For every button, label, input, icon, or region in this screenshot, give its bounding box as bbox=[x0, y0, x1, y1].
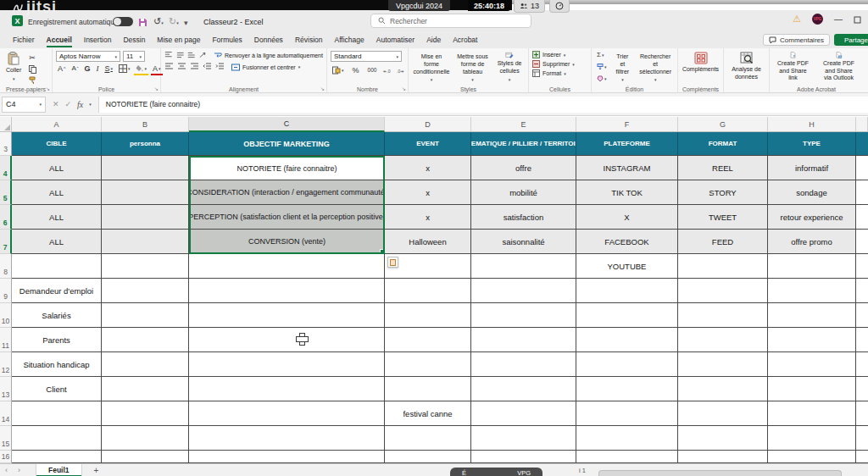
tab-automatiser[interactable]: Automatiser bbox=[370, 33, 420, 47]
cell-F8[interactable]: YOUTUBE bbox=[576, 254, 678, 279]
cell-A7[interactable]: ALL bbox=[12, 230, 102, 254]
format-painter-button[interactable] bbox=[27, 76, 38, 85]
row-header-13[interactable]: 13 bbox=[0, 377, 12, 401]
cell-E14[interactable] bbox=[471, 401, 576, 426]
cell-G8[interactable] bbox=[678, 254, 768, 279]
quick-access-more-button[interactable]: ▾ bbox=[184, 18, 188, 28]
cell-H7[interactable]: offre promo bbox=[768, 230, 856, 254]
align-right-icon[interactable] bbox=[190, 63, 199, 71]
autosave-toggle[interactable] bbox=[113, 17, 133, 26]
cell-E7[interactable]: saisonnalité bbox=[471, 230, 576, 254]
sheet-tab-feuil1[interactable]: Feuil1 bbox=[36, 464, 82, 476]
cell-E9[interactable] bbox=[471, 279, 576, 303]
cell-B16[interactable] bbox=[102, 451, 189, 463]
cell-G11[interactable] bbox=[678, 328, 768, 352]
clipboard-dialog-launcher[interactable]: ↘ bbox=[46, 86, 50, 91]
cell-B7[interactable] bbox=[102, 230, 189, 254]
cell-D12[interactable] bbox=[385, 352, 471, 377]
row-header-16[interactable]: 16 bbox=[0, 451, 12, 463]
font-name-select[interactable]: Aptos Narrow▾ bbox=[56, 51, 120, 62]
cell-H16[interactable] bbox=[768, 451, 856, 463]
formula-input[interactable]: NOTORIETE (faire connaitre) bbox=[99, 97, 868, 113]
cell-D13[interactable] bbox=[385, 377, 471, 401]
sort-filter-button[interactable]: AZ Trier et filtrer ▾ bbox=[612, 51, 634, 83]
cell-H15[interactable] bbox=[768, 426, 856, 451]
participants-tab[interactable]: 13 bbox=[514, 0, 545, 13]
column-header-G[interactable]: G bbox=[678, 117, 768, 132]
cell-C11[interactable] bbox=[189, 328, 385, 352]
column-header-E[interactable]: E bbox=[471, 117, 576, 132]
cancel-button[interactable]: ✕ bbox=[53, 100, 59, 108]
cell-C7[interactable]: CONVERSION (vente) bbox=[189, 230, 385, 254]
cell-C14[interactable] bbox=[189, 401, 385, 426]
paste-button[interactable]: Coller ▾ bbox=[3, 51, 24, 85]
font-size-select[interactable]: 11▾ bbox=[123, 51, 145, 62]
cell-A13[interactable]: Client bbox=[12, 377, 102, 401]
row-header-6[interactable]: 6 bbox=[0, 205, 12, 230]
cell-C15[interactable] bbox=[189, 426, 385, 451]
cut-button[interactable]: ✂ bbox=[27, 53, 38, 63]
create-pdf-link-button[interactable]: A Create PDF and Share link bbox=[773, 51, 813, 83]
tab-mise-en-page[interactable]: Mise en page bbox=[151, 33, 206, 47]
column-header-C[interactable]: C bbox=[189, 117, 385, 132]
cell-A10[interactable]: Salariés bbox=[12, 303, 102, 328]
tab-insertion[interactable]: Insertion bbox=[78, 33, 118, 47]
fill-color-button[interactable]: ▾ bbox=[134, 64, 148, 74]
cell-E15[interactable] bbox=[471, 426, 576, 451]
tab-dessin[interactable]: Dessin bbox=[117, 33, 151, 47]
cell-F12[interactable] bbox=[576, 352, 678, 377]
cell-H9[interactable] bbox=[768, 279, 856, 303]
cell-B5[interactable] bbox=[102, 180, 189, 205]
tab-accueil[interactable]: Accueil bbox=[41, 33, 78, 47]
cell-C12[interactable] bbox=[189, 352, 385, 377]
cell-E10[interactable] bbox=[471, 303, 576, 328]
cell-A9[interactable]: Demandeur d'emploi bbox=[12, 279, 102, 303]
cell-D15[interactable] bbox=[385, 426, 471, 451]
cell-C3[interactable]: OBJECTIF MARKETING bbox=[189, 132, 385, 156]
performance-tab[interactable] bbox=[549, 0, 570, 13]
cell-B9[interactable] bbox=[102, 279, 189, 303]
cell-A4[interactable]: ALL bbox=[12, 156, 102, 180]
cell-E6[interactable]: satisfaction bbox=[471, 205, 576, 230]
cell-D14[interactable]: festival canne bbox=[385, 401, 471, 426]
cell-A15[interactable] bbox=[12, 426, 102, 451]
cell-G14[interactable] bbox=[678, 401, 768, 426]
column-header-F[interactable]: F bbox=[576, 117, 678, 132]
warning-icon[interactable]: ⚠ bbox=[793, 14, 801, 25]
cell-F14[interactable] bbox=[576, 401, 678, 426]
conditional-formatting-button[interactable]: Mise en forme conditionnelle ▾ bbox=[412, 51, 451, 83]
enter-button[interactable]: ✓ bbox=[65, 100, 72, 108]
cell-H13[interactable] bbox=[768, 377, 856, 401]
shared-screen-tab[interactable]: Vpgcdui 2024 bbox=[388, 0, 450, 11]
cell-B13[interactable] bbox=[102, 377, 189, 401]
row-header-10[interactable]: 10 bbox=[0, 303, 12, 328]
cell-G6[interactable]: TWEET bbox=[678, 205, 768, 230]
cell-F11[interactable] bbox=[576, 328, 678, 352]
cell-B6[interactable] bbox=[102, 205, 189, 230]
sheet-nav-right[interactable]: › bbox=[13, 466, 25, 474]
cell-G4[interactable]: REEL bbox=[678, 156, 768, 180]
cell-H4[interactable]: informatif bbox=[768, 156, 856, 180]
cell-H10[interactable] bbox=[768, 303, 856, 328]
cell-F10[interactable] bbox=[576, 303, 678, 328]
cell-C13[interactable] bbox=[189, 377, 385, 401]
maximize-button[interactable] bbox=[854, 14, 861, 24]
row-header-5[interactable]: 5 bbox=[0, 180, 12, 205]
format-as-table-button[interactable]: Mettre sous forme de tableau ▾ bbox=[453, 51, 492, 83]
cell-B14[interactable] bbox=[102, 401, 189, 426]
cell-E5[interactable]: mobilité bbox=[471, 180, 576, 205]
cell-E11[interactable] bbox=[471, 328, 576, 352]
cell-C8[interactable] bbox=[189, 254, 385, 279]
cell-D4[interactable]: x bbox=[385, 156, 471, 180]
tab-donnees[interactable]: Données bbox=[248, 33, 289, 47]
align-left-icon[interactable] bbox=[164, 63, 174, 71]
cell-A14[interactable] bbox=[12, 401, 102, 426]
cell-A3[interactable]: CIBLE bbox=[12, 132, 102, 156]
italic-button[interactable]: I bbox=[94, 64, 100, 74]
account-avatar[interactable]: VPG bbox=[812, 14, 823, 25]
borders-button[interactable]: ▾ bbox=[117, 64, 132, 74]
tab-revision[interactable]: Révision bbox=[289, 33, 329, 47]
analyze-data-button[interactable]: Analyse de données bbox=[727, 51, 765, 82]
increase-font-button[interactable]: A^ bbox=[56, 64, 67, 74]
cell-G12[interactable] bbox=[678, 352, 768, 377]
